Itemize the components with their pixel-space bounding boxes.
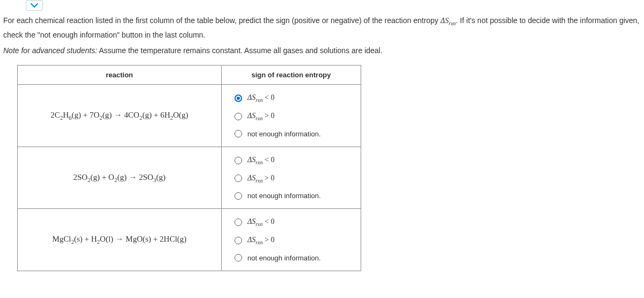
note-prefix: Note for advanced students: xyxy=(3,46,97,55)
table-row: MgCl2(s) + H2O(l)→MgO(s) + 2HCl(g) ΔSrxn… xyxy=(18,209,361,271)
options-1: ΔSrxn < 0 ΔSrxn > 0 not enough informati… xyxy=(222,85,361,147)
option-gt-3[interactable]: ΔSrxn > 0 xyxy=(232,231,350,250)
option-label: not enough information. xyxy=(247,254,321,262)
option-label: not enough information. xyxy=(247,130,321,138)
radio-icon xyxy=(235,157,242,164)
header-sign: sign of reaction entropy xyxy=(222,66,361,85)
reactions-table: reaction sign of reaction entropy 2C2H6(… xyxy=(17,65,361,271)
radio-icon xyxy=(235,192,242,200)
instr-text-1: For each chemical reaction listed in the… xyxy=(3,16,441,25)
collapse-toggle[interactable] xyxy=(26,0,43,11)
reaction-1: 2C2H6(g) + 7O2(g)→4CO2(g) + 6H2O(g) xyxy=(18,85,222,147)
table-row: 2C2H6(g) + 7O2(g)→4CO2(g) + 6H2O(g) ΔSrx… xyxy=(18,85,361,147)
radio-icon xyxy=(235,219,242,226)
radio-icon xyxy=(235,254,242,261)
option-nei-3[interactable]: not enough information. xyxy=(232,250,350,266)
note-line: Note for advanced students: Assume the t… xyxy=(3,44,641,57)
option-gt-1[interactable]: ΔSrxn > 0 xyxy=(232,107,350,126)
option-lt-2[interactable]: ΔSrxn < 0 xyxy=(232,151,350,170)
header-reaction: reaction xyxy=(18,66,222,85)
instruction-line-1: For each chemical reaction listed in the… xyxy=(3,14,641,42)
options-3: ΔSrxn < 0 ΔSrxn > 0 not enough informati… xyxy=(222,209,361,271)
note-text: Assume the temperature remains constant.… xyxy=(97,46,383,55)
option-label: ΔSrxn > 0 xyxy=(247,174,274,184)
option-label: ΔSrxn < 0 xyxy=(247,217,274,227)
reaction-3: MgCl2(s) + H2O(l)→MgO(s) + 2HCl(g) xyxy=(18,209,222,271)
option-lt-1[interactable]: ΔSrxn < 0 xyxy=(232,89,350,107)
table-row: 2SO2(g) + O2(g)→2SO3(g) ΔSrxn < 0 ΔSrxn … xyxy=(18,147,361,209)
instructions-block: For each chemical reaction listed in the… xyxy=(3,14,641,57)
option-label: ΔSrxn < 0 xyxy=(247,93,274,103)
option-nei-1[interactable]: not enough information. xyxy=(232,126,350,142)
option-nei-2[interactable]: not enough information. xyxy=(232,187,350,204)
radio-icon xyxy=(235,175,242,182)
radio-icon xyxy=(235,113,242,120)
option-label: ΔSrxn > 0 xyxy=(247,112,274,121)
reaction-2: 2SO2(g) + O2(g)→2SO3(g) xyxy=(18,147,222,209)
delta-s-symbol: ΔSrxn xyxy=(441,17,456,25)
options-2: ΔSrxn < 0 ΔSrxn > 0 not enough informati… xyxy=(222,147,361,209)
option-label: not enough information. xyxy=(247,192,321,200)
option-label: ΔSrxn > 0 xyxy=(247,236,274,245)
chevron-down-icon xyxy=(30,2,39,9)
option-label: ΔSrxn < 0 xyxy=(247,156,274,165)
radio-icon xyxy=(235,95,242,102)
radio-icon xyxy=(235,237,242,244)
option-gt-2[interactable]: ΔSrxn > 0 xyxy=(232,170,350,188)
option-lt-3[interactable]: ΔSrxn < 0 xyxy=(232,213,350,231)
radio-icon xyxy=(235,130,242,137)
